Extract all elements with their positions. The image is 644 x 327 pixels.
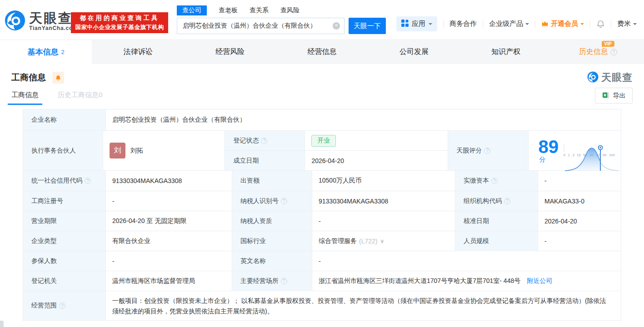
menu-cooperation[interactable]: 商务合作 bbox=[449, 20, 477, 28]
business-term-value: 2026-04-20 至 无固定期限 bbox=[106, 211, 232, 231]
menu-enterprise-product[interactable]: 企业级产品 bbox=[489, 20, 529, 28]
field-label: 出资额 bbox=[232, 171, 312, 191]
field-label: 企业类型 bbox=[23, 231, 106, 251]
tab-company-development[interactable]: 公司发展 bbox=[368, 40, 460, 64]
help-icon[interactable] bbox=[261, 138, 267, 144]
field-label: 企业名称 bbox=[23, 109, 106, 131]
tab-operation-info[interactable]: 经营信息 bbox=[276, 40, 368, 64]
notification-bell-icon[interactable] bbox=[596, 20, 605, 28]
main-premises-value: 浙江省温州市瓯海区三垟街道温州大道1707号亨哈大厦7层701室- 448号 bbox=[319, 277, 520, 285]
table-row: 工商注册号 - 纳税人识别号 91330304MAKAGA3308 组织机构代码… bbox=[23, 191, 621, 211]
field-label: 纳税人资质 bbox=[232, 211, 312, 231]
english-name-value: - bbox=[312, 251, 621, 271]
field-label: 人员规模 bbox=[455, 231, 538, 251]
search-tabs: 查公司 查老板 查关系 查风险 bbox=[177, 5, 386, 15]
chevron-down-icon bbox=[525, 23, 529, 27]
apps-grid-icon bbox=[401, 20, 409, 28]
excel-icon bbox=[602, 91, 610, 100]
tab-basic-info[interactable]: 基本信息 2 bbox=[0, 40, 92, 64]
top-header: 天眼查 TianYanCha.com 都在用的商业查询工具 国家中小企业发展子基… bbox=[0, 0, 644, 40]
help-icon[interactable] bbox=[281, 198, 287, 204]
field-label: 经营范围 bbox=[23, 291, 106, 321]
business-scope-value: 一般项目：创业投资（限投资未上市企业）； 以私募基金从事股权投资、投资管理、资产… bbox=[106, 291, 621, 321]
section-title: 工商信息 bbox=[11, 72, 46, 84]
help-icon[interactable] bbox=[59, 302, 65, 309]
insured-count-value: - bbox=[106, 251, 232, 271]
field-label: 主要经营场所 bbox=[232, 271, 312, 291]
help-icon[interactable] bbox=[491, 178, 498, 184]
credit-code-value: 91330304MAKAGA3308 bbox=[106, 171, 232, 191]
field-label: 统一社会信用代码 bbox=[23, 171, 106, 191]
open-vip-button[interactable]: 开通会员 bbox=[541, 20, 584, 28]
table-row: 企业类型 有限合伙企业 国标行业 综合管理服务 (L722) ∨ 人员规模 - bbox=[23, 231, 621, 251]
chevron-down-icon bbox=[580, 23, 584, 27]
nearby-companies-link[interactable]: 附近公司 bbox=[527, 277, 552, 285]
partner-name-link[interactable]: 刘拓 bbox=[130, 147, 143, 155]
score-value: 89 bbox=[539, 137, 559, 157]
tianyancha-watermark-icon bbox=[587, 71, 599, 84]
field-label: 工商注册号 bbox=[23, 191, 106, 211]
business-info-table: 企业名称 启明芯创业投资（温州）合伙企业（有限合伙） 执行事务合伙人 刘 刘拓 … bbox=[23, 109, 621, 321]
clear-search-icon[interactable]: × bbox=[333, 22, 340, 30]
table-row: 企业名称 启明芯创业投资（温州）合伙企业（有限合伙） bbox=[23, 109, 621, 131]
table-row: 参保人数 - 英文名称 - bbox=[23, 251, 621, 271]
reg-authority-value: 温州市瓯海区市场监督管理局 bbox=[106, 271, 232, 291]
apps-menu[interactable]: 应用 bbox=[396, 16, 437, 31]
taxpayer-id-value: 91330304MAKAGA3308 bbox=[312, 191, 455, 211]
user-account-menu[interactable]: 费米 bbox=[617, 20, 637, 28]
field-label: 实缴资本 bbox=[455, 171, 538, 191]
table-row: 登记机关 温州市瓯海区市场监督管理局 主要经营场所 浙江省温州市瓯海区三垟街道温… bbox=[23, 271, 621, 291]
subscribe-bell-button[interactable] bbox=[52, 72, 64, 84]
top-menu: 应用 商务合作 企业级产品 开通会员 bbox=[396, 16, 637, 31]
company-nav-tabbar: 基本信息 2 法律诉讼 经营风险 经营信息 公司发展 知识产权 历史信息 VIP bbox=[0, 40, 644, 64]
subtab-history-business-info[interactable]: 历史工商信息0 bbox=[58, 91, 102, 105]
table-row: 经营范围 一般项目：创业投资（限投资未上市企业）； 以私募基金从事股权投资、投资… bbox=[23, 291, 621, 321]
field-label: 国标行业 bbox=[232, 231, 312, 251]
help-icon[interactable] bbox=[484, 148, 490, 154]
chevron-down-icon[interactable]: ∨ bbox=[380, 238, 384, 244]
field-label: 英文名称 bbox=[232, 251, 312, 271]
main-premises-cell: 浙江省温州市瓯海区三垟街道温州大道1707号亨哈大厦7层701室- 448号 附… bbox=[312, 271, 621, 291]
tyc-score-cell: 89分 bbox=[529, 131, 622, 171]
partner-avatar[interactable]: 刘 bbox=[110, 143, 125, 159]
score-distribution-chart: 0131550859799100 bbox=[564, 144, 615, 157]
help-icon[interactable] bbox=[610, 49, 617, 55]
tianyancha-logo[interactable]: 天眼查 TianYanCha.com bbox=[5, 10, 78, 33]
industry-value: 综合管理服务 bbox=[319, 237, 357, 245]
contribution-value: 10500万人民币 bbox=[312, 171, 455, 191]
field-label: 登记状态 bbox=[225, 131, 305, 151]
search-tab-company[interactable]: 查公司 bbox=[177, 5, 207, 15]
help-icon[interactable] bbox=[281, 278, 287, 284]
field-label: 参保人数 bbox=[23, 251, 106, 271]
subtab-business-info[interactable]: 工商信息 bbox=[11, 91, 39, 105]
tab-history-info[interactable]: 历史信息 VIP bbox=[552, 40, 644, 64]
banner-line-2: 国家中小企业发展子基金旗下机构 bbox=[75, 24, 164, 31]
search-input[interactable] bbox=[177, 18, 344, 34]
floating-toolbar-edge[interactable] bbox=[0, 321, 4, 327]
help-icon[interactable] bbox=[504, 198, 510, 204]
org-code-value: MAKAGA33-0 bbox=[538, 191, 621, 211]
table-row: 统一社会信用代码 91330304MAKAGA3308 出资额 10500万人民… bbox=[23, 171, 621, 191]
est-date-value: 2026-04-20 bbox=[305, 151, 448, 171]
status-badge: 开业 bbox=[311, 135, 336, 147]
search-button[interactable]: 天眼一下 bbox=[349, 18, 386, 34]
company-type-value: 有限合伙企业 bbox=[106, 231, 232, 251]
tab-legal-litigation[interactable]: 法律诉讼 bbox=[92, 40, 184, 64]
table-row: 执行事务合伙人 刘 刘拓 登记状态 开业 成立日期 2026-04-20 bbox=[23, 131, 621, 171]
tab-operation-risk[interactable]: 经营风险 bbox=[184, 40, 276, 64]
field-label: 营业期限 bbox=[23, 211, 106, 231]
field-label: 登记机关 bbox=[23, 271, 106, 291]
managing-partner-cell: 刘 刘拓 bbox=[103, 131, 225, 171]
search-tab-boss[interactable]: 查老板 bbox=[219, 5, 238, 15]
export-button[interactable]: 导出 bbox=[595, 88, 633, 104]
tab-intellectual-property[interactable]: 知识产权 bbox=[460, 40, 552, 64]
field-label: 成立日期 bbox=[225, 151, 305, 171]
search-tab-relation[interactable]: 查关系 bbox=[250, 5, 269, 15]
field-label: 执行事务合伙人 bbox=[23, 131, 103, 171]
industry-cell: 综合管理服务 (L722) ∨ bbox=[312, 231, 455, 251]
help-icon[interactable] bbox=[85, 178, 91, 184]
search-area: 查公司 查老板 查关系 查风险 × 天眼一下 bbox=[177, 5, 386, 34]
search-tab-risk[interactable]: 查风险 bbox=[280, 5, 300, 15]
field-label: 核准日期 bbox=[455, 211, 538, 231]
chevron-down-icon bbox=[633, 23, 637, 27]
